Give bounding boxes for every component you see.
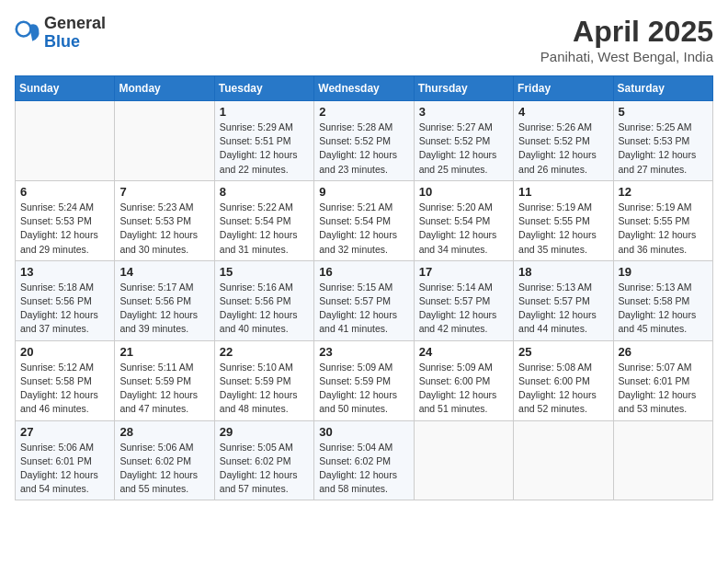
calendar-cell: 8Sunrise: 5:22 AM Sunset: 5:54 PM Daylig… <box>214 180 313 260</box>
weekday-header-sunday: Sunday <box>16 76 115 101</box>
day-info: Sunrise: 5:08 AM Sunset: 6:00 PM Dayligh… <box>518 361 608 417</box>
calendar-cell: 16Sunrise: 5:15 AM Sunset: 5:57 PM Dayli… <box>314 260 414 340</box>
day-number: 12 <box>619 185 708 199</box>
calendar-cell <box>115 101 214 181</box>
day-info: Sunrise: 5:16 AM Sunset: 5:56 PM Dayligh… <box>220 281 309 337</box>
calendar-cell <box>613 420 712 500</box>
calendar-cell <box>16 101 115 181</box>
calendar-week-5: 27Sunrise: 5:06 AM Sunset: 6:01 PM Dayli… <box>16 420 713 500</box>
calendar-cell: 21Sunrise: 5:11 AM Sunset: 5:59 PM Dayli… <box>115 340 214 420</box>
calendar-cell: 1Sunrise: 5:29 AM Sunset: 5:51 PM Daylig… <box>214 101 313 181</box>
day-number: 14 <box>119 265 209 279</box>
calendar-cell: 14Sunrise: 5:17 AM Sunset: 5:56 PM Dayli… <box>115 260 214 340</box>
day-info: Sunrise: 5:17 AM Sunset: 5:56 PM Dayligh… <box>119 281 209 337</box>
day-number: 1 <box>220 105 309 119</box>
calendar-cell: 5Sunrise: 5:25 AM Sunset: 5:53 PM Daylig… <box>613 101 712 181</box>
day-info: Sunrise: 5:10 AM Sunset: 5:59 PM Dayligh… <box>220 361 309 417</box>
day-info: Sunrise: 5:13 AM Sunset: 5:57 PM Dayligh… <box>518 281 608 337</box>
weekday-header-wednesday: Wednesday <box>314 76 414 101</box>
day-info: Sunrise: 5:06 AM Sunset: 6:02 PM Dayligh… <box>119 441 209 497</box>
weekday-header-thursday: Thursday <box>414 76 513 101</box>
day-number: 11 <box>518 185 608 199</box>
day-number: 7 <box>119 185 209 199</box>
calendar-cell <box>414 420 513 500</box>
calendar-week-4: 20Sunrise: 5:12 AM Sunset: 5:58 PM Dayli… <box>16 340 713 420</box>
calendar-cell: 15Sunrise: 5:16 AM Sunset: 5:56 PM Dayli… <box>214 260 313 340</box>
day-info: Sunrise: 5:04 AM Sunset: 6:02 PM Dayligh… <box>319 441 408 497</box>
day-number: 4 <box>518 105 608 119</box>
location: Panihati, West Bengal, India <box>540 49 713 64</box>
logo-text: General Blue <box>44 15 106 52</box>
day-number: 17 <box>419 265 508 279</box>
calendar-cell: 13Sunrise: 5:18 AM Sunset: 5:56 PM Dayli… <box>16 260 115 340</box>
calendar-cell: 22Sunrise: 5:10 AM Sunset: 5:59 PM Dayli… <box>214 340 313 420</box>
day-info: Sunrise: 5:05 AM Sunset: 6:02 PM Dayligh… <box>220 441 309 497</box>
day-number: 5 <box>619 105 708 119</box>
calendar-cell: 4Sunrise: 5:26 AM Sunset: 5:52 PM Daylig… <box>514 101 613 181</box>
calendar-cell: 18Sunrise: 5:13 AM Sunset: 5:57 PM Dayli… <box>514 260 613 340</box>
month-title: April 2025 <box>540 15 713 49</box>
day-number: 8 <box>220 185 309 199</box>
day-info: Sunrise: 5:12 AM Sunset: 5:58 PM Dayligh… <box>20 361 109 417</box>
calendar-cell: 30Sunrise: 5:04 AM Sunset: 6:02 PM Dayli… <box>314 420 414 500</box>
calendar-cell: 19Sunrise: 5:13 AM Sunset: 5:58 PM Dayli… <box>613 260 712 340</box>
calendar-cell <box>514 420 613 500</box>
day-number: 26 <box>619 345 708 359</box>
day-number: 25 <box>518 345 608 359</box>
day-info: Sunrise: 5:24 AM Sunset: 5:53 PM Dayligh… <box>20 201 109 257</box>
day-number: 22 <box>220 345 309 359</box>
day-number: 3 <box>419 105 508 119</box>
calendar-cell: 6Sunrise: 5:24 AM Sunset: 5:53 PM Daylig… <box>16 180 115 260</box>
logo-general: General <box>44 14 106 32</box>
calendar-cell: 26Sunrise: 5:07 AM Sunset: 6:01 PM Dayli… <box>613 340 712 420</box>
day-info: Sunrise: 5:23 AM Sunset: 5:53 PM Dayligh… <box>119 201 209 257</box>
day-info: Sunrise: 5:14 AM Sunset: 5:57 PM Dayligh… <box>419 281 508 337</box>
calendar-table: SundayMondayTuesdayWednesdayThursdayFrid… <box>15 75 713 500</box>
calendar-cell: 11Sunrise: 5:19 AM Sunset: 5:55 PM Dayli… <box>514 180 613 260</box>
day-info: Sunrise: 5:09 AM Sunset: 6:00 PM Dayligh… <box>419 361 508 417</box>
day-info: Sunrise: 5:11 AM Sunset: 5:59 PM Dayligh… <box>119 361 209 417</box>
day-info: Sunrise: 5:25 AM Sunset: 5:53 PM Dayligh… <box>619 121 708 177</box>
calendar-cell: 29Sunrise: 5:05 AM Sunset: 6:02 PM Dayli… <box>214 420 313 500</box>
svg-point-0 <box>17 22 31 37</box>
logo-blue: Blue <box>44 32 80 51</box>
day-info: Sunrise: 5:20 AM Sunset: 5:54 PM Dayligh… <box>419 201 508 257</box>
calendar-cell: 9Sunrise: 5:21 AM Sunset: 5:54 PM Daylig… <box>314 180 414 260</box>
day-number: 27 <box>20 425 109 439</box>
logo: General Blue <box>15 15 106 52</box>
day-info: Sunrise: 5:07 AM Sunset: 6:01 PM Dayligh… <box>619 361 708 417</box>
title-block: April 2025 Panihati, West Bengal, India <box>540 15 713 64</box>
day-number: 15 <box>220 265 309 279</box>
day-number: 2 <box>319 105 408 119</box>
calendar-cell: 20Sunrise: 5:12 AM Sunset: 5:58 PM Dayli… <box>16 340 115 420</box>
day-number: 28 <box>119 425 209 439</box>
page-header: General Blue April 2025 Panihati, West B… <box>15 15 713 64</box>
day-number: 13 <box>20 265 109 279</box>
day-info: Sunrise: 5:29 AM Sunset: 5:51 PM Dayligh… <box>220 121 309 177</box>
day-info: Sunrise: 5:09 AM Sunset: 5:59 PM Dayligh… <box>319 361 408 417</box>
calendar-cell: 17Sunrise: 5:14 AM Sunset: 5:57 PM Dayli… <box>414 260 513 340</box>
day-number: 19 <box>619 265 708 279</box>
calendar-cell: 25Sunrise: 5:08 AM Sunset: 6:00 PM Dayli… <box>514 340 613 420</box>
day-info: Sunrise: 5:27 AM Sunset: 5:52 PM Dayligh… <box>419 121 508 177</box>
logo-icon <box>15 20 40 46</box>
day-number: 6 <box>20 185 109 199</box>
day-number: 9 <box>319 185 408 199</box>
day-info: Sunrise: 5:21 AM Sunset: 5:54 PM Dayligh… <box>319 201 408 257</box>
day-number: 23 <box>319 345 408 359</box>
day-number: 10 <box>419 185 508 199</box>
calendar-cell: 24Sunrise: 5:09 AM Sunset: 6:00 PM Dayli… <box>414 340 513 420</box>
calendar-cell: 7Sunrise: 5:23 AM Sunset: 5:53 PM Daylig… <box>115 180 214 260</box>
day-info: Sunrise: 5:19 AM Sunset: 5:55 PM Dayligh… <box>518 201 608 257</box>
day-info: Sunrise: 5:13 AM Sunset: 5:58 PM Dayligh… <box>619 281 708 337</box>
day-number: 20 <box>20 345 109 359</box>
weekday-header-row: SundayMondayTuesdayWednesdayThursdayFrid… <box>16 76 713 101</box>
day-info: Sunrise: 5:15 AM Sunset: 5:57 PM Dayligh… <box>319 281 408 337</box>
calendar-cell: 3Sunrise: 5:27 AM Sunset: 5:52 PM Daylig… <box>414 101 513 181</box>
weekday-header-saturday: Saturday <box>613 76 712 101</box>
calendar-cell: 10Sunrise: 5:20 AM Sunset: 5:54 PM Dayli… <box>414 180 513 260</box>
day-number: 29 <box>220 425 309 439</box>
calendar-cell: 28Sunrise: 5:06 AM Sunset: 6:02 PM Dayli… <box>115 420 214 500</box>
calendar-cell: 2Sunrise: 5:28 AM Sunset: 5:52 PM Daylig… <box>314 101 414 181</box>
day-info: Sunrise: 5:26 AM Sunset: 5:52 PM Dayligh… <box>518 121 608 177</box>
